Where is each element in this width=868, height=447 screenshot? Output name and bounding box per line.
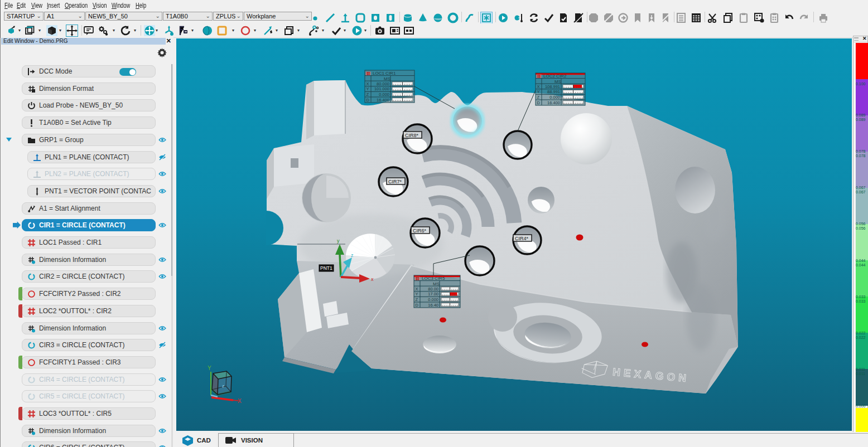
svg-text:y: y: [337, 238, 340, 244]
svg-text:X: X: [367, 81, 369, 86]
svg-text:D: D: [537, 100, 541, 105]
svg-text:0.000: 0.000: [549, 95, 560, 100]
svg-text:D: D: [416, 303, 419, 308]
svg-text:D: D: [367, 98, 370, 103]
svg-text:LOC3 CIR5: LOC3 CIR5: [422, 276, 445, 281]
svg-text:16.40: 16.40: [428, 303, 438, 308]
svg-text:Y: Y: [537, 89, 540, 94]
svg-text:X: X: [537, 84, 540, 89]
svg-text:0.000: 0.000: [379, 92, 389, 97]
svg-text:17.00: 17.00: [428, 291, 438, 297]
svg-text:z: z: [222, 383, 224, 388]
svg-text:Z: Z: [367, 92, 369, 97]
svg-text:Z: Z: [416, 297, 418, 302]
svg-text:88.991: 88.991: [547, 89, 560, 94]
svg-text:LOC2 CIR2: LOC2 CIR2: [543, 74, 567, 79]
svg-text:0.000: 0.000: [428, 297, 438, 302]
svg-text:Y: Y: [367, 86, 369, 91]
svg-text:Y: Y: [208, 365, 211, 371]
svg-text:80.00: 80.00: [428, 286, 438, 291]
svg-text:MS: MS: [384, 76, 390, 81]
svg-text:108.991: 108.991: [545, 84, 560, 89]
svg-text:16.400: 16.400: [377, 98, 389, 103]
svg-text:x: x: [371, 276, 374, 282]
svg-text:X: X: [238, 398, 242, 404]
svg-text:101.000: 101.000: [374, 86, 389, 91]
svg-text:CIR8*: CIR8*: [405, 133, 419, 138]
svg-text:80.000: 80.000: [377, 81, 389, 86]
svg-text:CIR6*: CIR6*: [413, 228, 427, 234]
svg-text:Z: Z: [537, 95, 540, 100]
svg-text:z: z: [351, 252, 354, 258]
svg-text:X: X: [416, 286, 418, 291]
svg-text:16.400: 16.400: [547, 100, 560, 105]
svg-text:MS: MS: [554, 79, 561, 84]
svg-text:Y: Y: [416, 291, 418, 297]
svg-text:CIR7*: CIR7*: [388, 179, 402, 184]
svg-text:CIR4*: CIR4*: [515, 236, 529, 241]
svg-text:LOC1 CIR1: LOC1 CIR1: [373, 71, 396, 76]
svg-text:PNT1: PNT1: [320, 265, 332, 271]
svg-text:MS: MS: [433, 281, 440, 286]
